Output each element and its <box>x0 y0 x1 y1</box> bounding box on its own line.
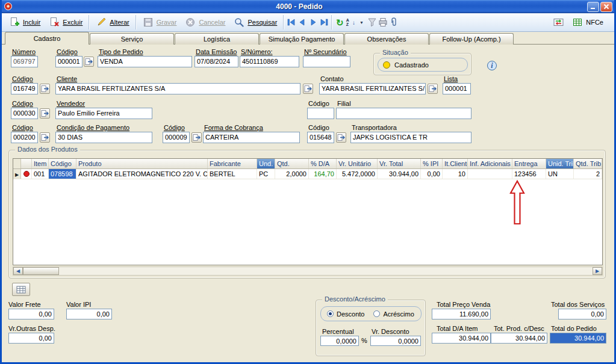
cliente-lookup-button[interactable] <box>40 84 50 94</box>
tab-logistica[interactable]: Logística <box>175 33 259 45</box>
cell-fabricante[interactable]: BERTEL <box>208 169 257 179</box>
pesquisar-button[interactable]: Pesquisar <box>229 15 281 29</box>
scroll-left-button[interactable]: ◀ <box>13 267 23 275</box>
valor-ipi-field[interactable]: 0,00 <box>66 309 112 319</box>
grid-horizontal-scrollbar[interactable]: ◀ ▶ <box>13 267 603 276</box>
condicao-lookup-button[interactable] <box>40 132 50 143</box>
forma-lookup-button[interactable] <box>191 132 202 143</box>
product-extra-button[interactable] <box>12 283 30 296</box>
forma-cobranca-field[interactable]: CARTEIRA <box>203 132 300 143</box>
header-und[interactable]: Und. <box>257 159 275 168</box>
alterar-button[interactable]: Alterar <box>92 15 133 29</box>
acrescimo-radio[interactable] <box>373 310 380 317</box>
tab-followup[interactable]: Follow-Up (Acomp.) <box>429 33 514 45</box>
condicao-pagamento-field[interactable]: 30 DIAS <box>55 132 152 143</box>
codigo-pedido-field[interactable]: 000001 <box>55 56 82 67</box>
codigo-cliente-field[interactable]: 016749 <box>11 83 38 94</box>
contato-field[interactable]: YARA BRASIL FERTILIZANTES S/ <box>319 83 426 94</box>
header-it-cliente[interactable]: It.Cliente <box>443 159 468 168</box>
vr-outras-desp-field[interactable]: 0,00 <box>8 333 54 344</box>
filter-button[interactable] <box>367 17 378 28</box>
desconto-radio[interactable] <box>327 310 334 317</box>
cancelar-button[interactable]: Cancelar <box>181 15 229 29</box>
lista-lookup-button[interactable] <box>428 84 438 94</box>
next-record-button[interactable] <box>308 17 319 28</box>
first-record-button[interactable] <box>286 17 297 28</box>
header-codigo[interactable]: Código <box>49 159 76 168</box>
tipo-pedido-lookup-button[interactable] <box>84 57 94 67</box>
cell-qtd-trib[interactable]: 2 <box>574 169 602 179</box>
cell-perc-da[interactable]: 164,70 <box>309 169 337 179</box>
codigo-vendedor-field[interactable]: 000030 <box>11 108 38 119</box>
header-fabricante[interactable]: Fabricante <box>208 159 257 168</box>
codigo-filial-field[interactable] <box>307 108 334 119</box>
attachment-button[interactable] <box>388 17 399 28</box>
transportadora-lookup-button[interactable] <box>336 132 346 143</box>
cell-und[interactable]: PC <box>257 169 275 179</box>
cell-produto[interactable]: AGITADOR ELETROMAGNETICO 220 V. COM <box>76 169 208 179</box>
s-numero-field[interactable]: 4501110869 <box>240 56 299 67</box>
close-button[interactable] <box>600 2 612 12</box>
cell-codigo[interactable]: 078598 <box>49 169 76 179</box>
n-secundario-field[interactable] <box>303 56 350 67</box>
transportadora-field[interactable]: JAPKS LOGISTICA E TR <box>350 132 471 143</box>
cell-inf-adicionais[interactable] <box>468 169 512 179</box>
valor-frete-field[interactable]: 0,00 <box>8 309 54 319</box>
last-record-button[interactable] <box>319 17 329 28</box>
cell-item[interactable]: 001 <box>32 169 49 179</box>
header-qtd-trib[interactable]: Qtd. Trib. <box>574 159 602 168</box>
prev-record-button[interactable] <box>297 17 308 28</box>
tab-simulacao-pagamento[interactable]: Simulação Pagamento <box>260 33 344 45</box>
refresh-button[interactable]: ↻ <box>334 17 345 28</box>
header-perc-ipi[interactable]: % IPI <box>421 159 443 168</box>
tab-servico[interactable]: Serviço <box>90 33 174 45</box>
data-emissao-field[interactable]: 07/08/2024 <box>194 56 238 67</box>
table-row[interactable]: ▶ 001 078598 AGITADOR ELETROMAGNETICO 22… <box>13 169 602 179</box>
gravar-button[interactable]: Gravar <box>138 15 181 29</box>
header-unid-trib[interactable]: Unid. Trib. <box>546 159 574 168</box>
sort-options-button[interactable]: ▼ <box>356 17 367 28</box>
total-da-item-field[interactable]: 30.944,00 <box>432 333 491 344</box>
tot-prod-cdesc-field[interactable]: 30.944,00 <box>491 333 547 344</box>
tab-observacoes[interactable]: Observações <box>344 33 429 45</box>
header-vr-total[interactable]: Vr. Total <box>378 159 421 168</box>
total-preco-venda-field[interactable]: 11.690,00 <box>432 309 491 319</box>
cliente-field[interactable]: YARA BRASIL FERTILIZANTES S/A <box>55 83 300 94</box>
header-entrega[interactable]: Entrega <box>512 159 546 168</box>
header-perc-da[interactable]: % D/A <box>309 159 337 168</box>
scroll-track[interactable] <box>59 267 593 275</box>
scroll-thumb[interactable] <box>23 267 59 275</box>
scroll-right-button[interactable]: ▶ <box>593 267 602 275</box>
cell-qtd[interactable]: 2,0000 <box>275 169 309 179</box>
codigo-transportadora-field[interactable]: 015648 <box>307 132 334 143</box>
header-vr-unitario[interactable]: Vr. Unitário <box>337 159 378 168</box>
cell-it-cliente[interactable]: 10 <box>443 169 468 179</box>
lista-field[interactable]: 000001 <box>443 83 471 94</box>
header-qtd[interactable]: Qtd. <box>275 159 309 168</box>
fiscal-exchange-button[interactable] <box>553 17 564 28</box>
cell-vr-unitario[interactable]: 5.472,0000 <box>337 169 378 179</box>
vendedor-lookup-button[interactable] <box>40 108 50 119</box>
excluir-button[interactable]: Excluir <box>45 15 87 29</box>
filial-field[interactable] <box>336 108 471 119</box>
minimize-button[interactable] <box>587 2 599 12</box>
total-servicos-field[interactable]: 0,00 <box>558 309 606 319</box>
cell-entrega[interactable]: 123456 <box>512 169 546 179</box>
vr-desconto-field[interactable]: 0,0000 <box>370 336 421 346</box>
numero-field[interactable]: 069797 <box>11 56 38 67</box>
tab-cadastro[interactable]: Cadastro <box>5 32 89 45</box>
nfce-button[interactable]: NFCe <box>568 15 608 29</box>
cell-perc-ipi[interactable]: 0,00 <box>421 169 443 179</box>
header-item[interactable]: Item <box>32 159 49 168</box>
sort-button[interactable]: AZ↓ <box>345 17 356 28</box>
percentual-field[interactable]: 0,0000 <box>320 336 359 346</box>
print-button[interactable] <box>378 17 388 28</box>
info-icon[interactable]: i <box>487 61 497 70</box>
codigo-forma-field[interactable]: 000009 <box>163 132 190 143</box>
total-pedido-field[interactable]: 30.944,00 <box>550 333 606 344</box>
header-inf-adicionais[interactable]: Inf. Adicionais <box>468 159 512 168</box>
vendedor-field[interactable]: Paulo Emilio Ferreira <box>55 108 152 119</box>
tipo-pedido-field[interactable]: VENDA <box>98 56 192 67</box>
cell-unid-trib[interactable]: UN <box>546 169 574 179</box>
cell-vr-total[interactable]: 30.944,00 <box>378 169 421 179</box>
